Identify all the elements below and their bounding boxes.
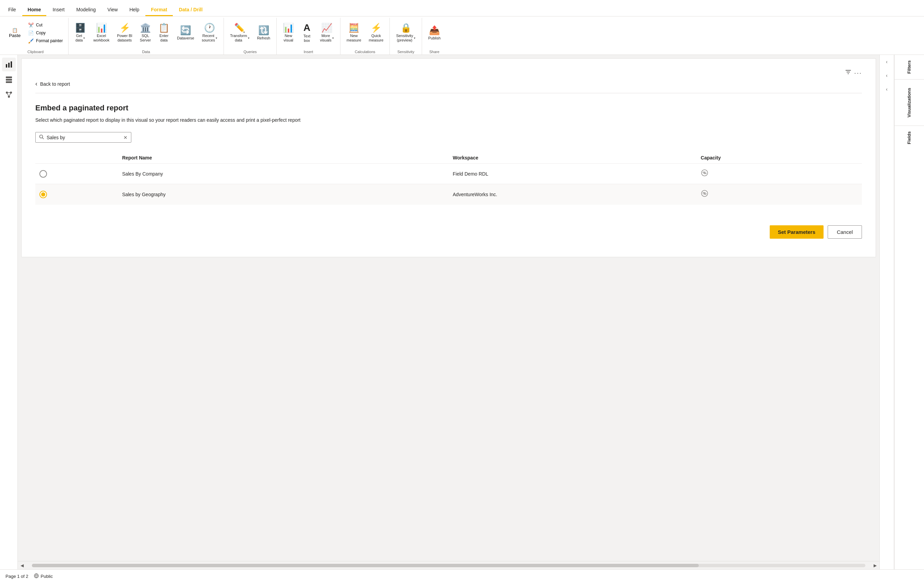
capacity-icon-1 xyxy=(701,170,708,178)
more-options-icon[interactable]: ··· xyxy=(854,69,862,77)
get-data-label: Getdata xyxy=(76,34,82,43)
visualizations-label-text: Visualizations xyxy=(906,88,912,117)
cut-icon: ✂️ xyxy=(28,23,34,28)
table-row[interactable]: Sales By Company Field Demo RDL xyxy=(35,164,862,184)
panel-labels: Filters Visualizations Fields xyxy=(894,55,924,569)
get-data-button[interactable]: 🗄️ Getdata ▾ xyxy=(71,21,89,45)
new-measure-button[interactable]: 🧮 Newmeasure xyxy=(343,21,365,45)
more-visuals-arrow: ▾ xyxy=(332,36,334,40)
more-visuals-icon: 📈 xyxy=(321,23,332,32)
power-bi-datasets-button[interactable]: ⚡ Power BIdatasets xyxy=(114,21,136,45)
scrollbar-thumb[interactable] xyxy=(32,564,699,567)
ribbon-group-calculations: 🧮 Newmeasure ⚡ Quickmeasure Calculations xyxy=(340,18,390,55)
paste-icon: 📋 xyxy=(12,28,18,33)
enter-data-button[interactable]: 📋 Enterdata xyxy=(155,21,173,45)
row1-capacity xyxy=(697,164,862,184)
text-box-label: Textbox xyxy=(304,34,310,43)
filters-label-text: Filters xyxy=(906,60,912,74)
svg-line-11 xyxy=(9,92,11,97)
sql-icon: 🏛️ xyxy=(140,23,151,32)
copy-button[interactable]: 📄 Copy xyxy=(25,30,66,37)
filters-panel-label[interactable]: Filters xyxy=(894,55,924,79)
action-row: Set Parameters Cancel xyxy=(35,218,862,239)
panel-collapse-controls: ‹ ‹ ‹ xyxy=(880,55,894,569)
svg-rect-5 xyxy=(6,81,12,83)
tab-help[interactable]: Help xyxy=(124,4,145,16)
table-row[interactable]: Sales by Geography AdventureWorks Inc. xyxy=(35,184,862,205)
get-data-icon: 🗄️ xyxy=(75,23,86,32)
svg-rect-4 xyxy=(6,79,12,81)
ribbon: File Home Insert Modeling View Help Form… xyxy=(0,0,924,55)
svg-rect-1 xyxy=(8,63,10,68)
tab-home[interactable]: Home xyxy=(22,4,47,16)
collapse-arrow-2[interactable]: ‹ xyxy=(880,69,893,82)
sensitivity-button[interactable]: 🔒 Sensitivity(preview) ▾ xyxy=(393,21,419,45)
radio-unselected[interactable] xyxy=(40,170,47,178)
scroll-right-arrow[interactable]: ▶ xyxy=(872,563,878,568)
publish-button[interactable]: 📤 Publish xyxy=(425,24,444,43)
set-parameters-button[interactable]: Set Parameters xyxy=(770,225,823,239)
scrollbar-track[interactable] xyxy=(32,564,865,567)
get-data-arrow: ▾ xyxy=(83,36,85,40)
dataverse-button[interactable]: 🔄 Dataverse xyxy=(173,24,198,43)
search-icon xyxy=(39,134,44,140)
cut-label: Cut xyxy=(36,23,43,27)
dialog-title: Embed a paginated report xyxy=(35,104,862,112)
clipboard-items: 📋 Paste ✂️ Cut 📄 Copy 🖌️ Form xyxy=(5,18,66,48)
quick-measure-button[interactable]: ⚡ Quickmeasure xyxy=(365,21,387,45)
collapse-arrow-3[interactable]: ‹ xyxy=(880,82,893,96)
collapse-arrow-1[interactable]: ‹ xyxy=(880,55,893,69)
share-items: 📤 Publish xyxy=(425,18,444,48)
nav-model-icon[interactable] xyxy=(2,88,16,101)
dataverse-icon: 🔄 xyxy=(180,26,191,35)
data-group-label: Data xyxy=(71,48,221,55)
ribbon-group-queries: ✏️ Transformdata ▾ 🔃 Refresh Queries xyxy=(224,18,277,55)
format-painter-button[interactable]: 🖌️ Format painter xyxy=(25,37,66,45)
back-to-report[interactable]: ‹ Back to report xyxy=(35,80,862,93)
sensitivity-icon: 🔒 xyxy=(401,23,411,32)
cancel-button[interactable]: Cancel xyxy=(828,225,862,239)
scroll-left-arrow[interactable]: ◀ xyxy=(19,563,25,568)
cut-button[interactable]: ✂️ Cut xyxy=(25,21,66,29)
excel-workbook-button[interactable]: 📊 Excelworkbook xyxy=(90,21,113,45)
row2-workspace: AdventureWorks Inc. xyxy=(449,184,697,205)
tab-format[interactable]: Format xyxy=(145,4,172,16)
text-box-button[interactable]: A Textbox xyxy=(298,21,316,45)
clear-search-icon[interactable]: ✕ xyxy=(124,135,127,140)
tab-insert[interactable]: Insert xyxy=(47,4,70,16)
recent-sources-arrow: ▾ xyxy=(216,36,217,40)
left-nav xyxy=(0,55,18,569)
tab-file[interactable]: File xyxy=(3,4,21,16)
sql-label: SQLServer xyxy=(140,34,151,43)
enter-data-label: Enterdata xyxy=(159,34,168,43)
refresh-button[interactable]: 🔃 Refresh xyxy=(254,24,274,43)
new-visual-button[interactable]: 📊 Newvisual xyxy=(279,21,297,45)
radio-selected[interactable] xyxy=(40,191,47,198)
row1-radio-cell xyxy=(35,164,118,184)
transform-data-button[interactable]: ✏️ Transformdata ▾ xyxy=(227,21,253,45)
nav-data-icon[interactable] xyxy=(2,73,16,86)
copy-icon: 📄 xyxy=(28,31,34,36)
format-painter-label: Format painter xyxy=(36,38,63,43)
nav-report-icon[interactable] xyxy=(2,58,16,71)
recent-sources-icon: 🕐 xyxy=(204,23,215,32)
tab-view[interactable]: View xyxy=(102,4,123,16)
tab-modeling[interactable]: Modeling xyxy=(71,4,101,16)
fields-panel-label[interactable]: Fields xyxy=(894,126,924,150)
search-input[interactable] xyxy=(47,135,121,140)
data-items: 🗄️ Getdata ▾ 📊 Excelworkbook ⚡ Power BId… xyxy=(71,18,221,48)
paste-button[interactable]: 📋 Paste xyxy=(5,26,24,40)
visualizations-panel-label[interactable]: Visualizations xyxy=(894,79,924,126)
transform-arrow: ▾ xyxy=(248,36,249,40)
sql-server-button[interactable]: 🏛️ SQLServer xyxy=(137,21,154,45)
sensitivity-label: Sensitivity(preview) xyxy=(396,34,413,43)
recent-sources-button[interactable]: 🕐 Recentsources ▾ xyxy=(198,21,221,45)
tab-datadrill[interactable]: Data / Drill xyxy=(173,4,208,16)
publish-label: Publish xyxy=(428,36,441,40)
publish-icon: 📤 xyxy=(429,26,440,35)
ribbon-tabs: File Home Insert Modeling View Help Form… xyxy=(0,0,924,17)
refresh-icon: 🔃 xyxy=(258,26,269,35)
more-visuals-button[interactable]: 📈 Morevisuals ▾ xyxy=(317,21,337,45)
filter-icon[interactable] xyxy=(845,69,851,77)
ribbon-group-share: 📤 Publish Share xyxy=(422,18,447,55)
